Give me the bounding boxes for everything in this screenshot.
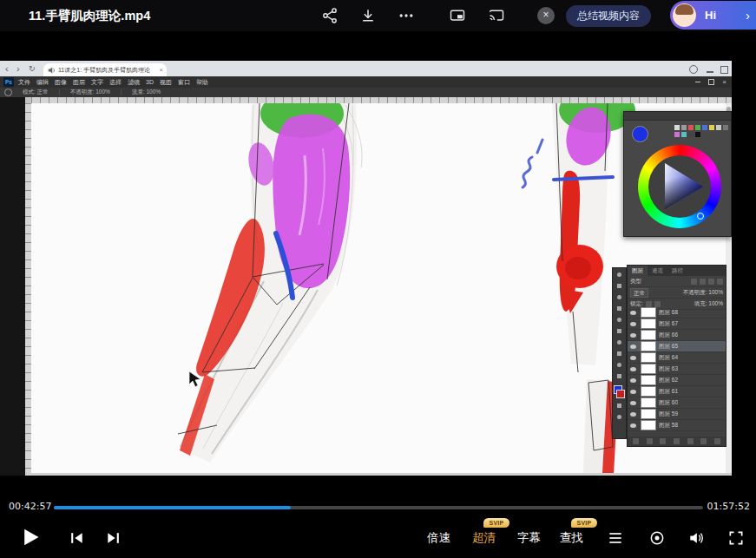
next-button[interactable] bbox=[105, 528, 122, 548]
opacity-value: 不透明度: 100% bbox=[683, 289, 723, 297]
cast-icon[interactable] bbox=[488, 7, 505, 24]
tab-audio-icon bbox=[48, 67, 56, 74]
total-time: 01:57:52 bbox=[707, 501, 750, 512]
horizontal-scrollbar bbox=[25, 473, 732, 476]
tab-channels: 通道 bbox=[648, 266, 667, 276]
find-button[interactable]: 查找 bbox=[560, 530, 583, 546]
filter-attr-icon bbox=[717, 279, 723, 285]
layers-panel-footer bbox=[628, 437, 726, 446]
photoshop-window-controls: × bbox=[695, 76, 726, 88]
blend-mode-select: 正常 bbox=[630, 288, 648, 298]
adjustment-layer-icon bbox=[674, 438, 680, 444]
tool-icon bbox=[615, 350, 623, 358]
tool-icon bbox=[615, 293, 623, 301]
video-frame[interactable]: ‹ › ↻ 11课之1: 手臂肌肉及手臂肌肉理论 × Ps 文件 编辑 图像 bbox=[0, 61, 732, 476]
color-swatch-grid bbox=[674, 125, 730, 137]
more-icon[interactable] bbox=[398, 7, 415, 24]
photoshop-logo: Ps bbox=[3, 77, 14, 87]
eye-icon bbox=[629, 352, 638, 364]
layer-row: 图层 58 bbox=[628, 420, 726, 431]
picture-in-picture-icon[interactable] bbox=[449, 7, 466, 24]
greeting-text: Hi bbox=[705, 1, 716, 30]
video-title: 11.手臂肌肉理论.mp4 bbox=[29, 0, 150, 31]
eye-icon bbox=[629, 307, 638, 318]
browser-maximize-icon bbox=[720, 66, 728, 74]
new-group-icon bbox=[687, 438, 694, 444]
close-icon[interactable]: × bbox=[537, 7, 555, 24]
filter-label: 类型 bbox=[630, 278, 641, 286]
layer-thumbnail bbox=[641, 307, 656, 318]
browser-tab: 11课之1: 手臂肌肉及手臂肌肉理论 × bbox=[43, 63, 167, 76]
svip-badge: SVIP bbox=[483, 518, 509, 528]
layer-thumbnail bbox=[641, 341, 656, 351]
photoshop-options-bar: 模式: 正常 不透明度: 100% 流量: 100% bbox=[0, 88, 732, 97]
tool-icon bbox=[615, 402, 623, 410]
ps-restore-icon bbox=[708, 79, 714, 85]
brush-opacity-option: 不透明度: 100% bbox=[70, 89, 110, 96]
layers-list: 图层 68 图层 67 图层 66 图层 65 图层 64 图层 63 图层 6… bbox=[628, 307, 726, 437]
color-wheel-panel bbox=[623, 111, 732, 237]
download-icon[interactable] bbox=[359, 7, 377, 24]
layer-row: 图层 59 bbox=[628, 409, 726, 420]
tab-paths: 路径 bbox=[667, 266, 687, 276]
tool-icon bbox=[615, 413, 623, 421]
playlist-icon[interactable] bbox=[607, 528, 624, 548]
layer-thumbnail bbox=[641, 397, 656, 408]
menu-edit: 编辑 bbox=[36, 78, 49, 87]
layer-thumbnail bbox=[641, 386, 656, 397]
quality-button[interactable]: 超清 bbox=[472, 530, 496, 546]
layers-panel: 图层 通道 路径 类型 正常 不透明度: 100% 锁定: 填充: 100% bbox=[627, 265, 726, 447]
menu-filter: 滤镜 bbox=[128, 78, 140, 87]
browser-tab-title: 11课之1: 手臂肌肉及手臂肌肉理论 bbox=[58, 63, 156, 76]
summarize-video-button[interactable]: 总结视频内容 bbox=[566, 5, 651, 27]
photoshop-toolbar bbox=[612, 267, 627, 439]
progress-bar[interactable] bbox=[54, 506, 703, 509]
fullscreen-icon[interactable] bbox=[727, 528, 745, 548]
eye-icon bbox=[629, 409, 638, 420]
tool-icon bbox=[615, 361, 623, 369]
saturation-triangle bbox=[648, 155, 711, 218]
player-top-bar: 11.手臂肌肉理论.mp4 × 总结视频内容 bbox=[0, 0, 756, 31]
tool-icon bbox=[615, 372, 623, 380]
tool-icon bbox=[615, 305, 623, 312]
brush-mode-option: 模式: 正常 bbox=[23, 89, 49, 96]
screencast-icon[interactable] bbox=[648, 528, 666, 548]
eye-icon bbox=[629, 397, 638, 409]
eye-icon bbox=[629, 341, 638, 352]
browser-back-icon: ‹ bbox=[5, 61, 9, 76]
subtitle-button[interactable]: 字幕 bbox=[517, 530, 541, 546]
pasteboard bbox=[0, 97, 25, 476]
layer-row: 图层 66 bbox=[628, 330, 726, 341]
ruler-corner bbox=[25, 97, 31, 103]
lock-pixels-icon bbox=[654, 301, 661, 307]
menu-help: 帮助 bbox=[196, 78, 208, 87]
filter-mode-icon bbox=[708, 279, 714, 285]
tool-icon bbox=[615, 282, 623, 290]
layer-row: 图层 61 bbox=[628, 386, 726, 397]
hue-wheel bbox=[638, 145, 721, 228]
eye-icon bbox=[629, 420, 638, 431]
hue-marker bbox=[697, 213, 704, 220]
share-icon[interactable] bbox=[321, 7, 339, 24]
user-account-pill[interactable]: Hi › bbox=[670, 1, 756, 30]
menu-window: 窗口 bbox=[178, 78, 190, 87]
tool-icon bbox=[615, 338, 623, 346]
horizontal-ruler bbox=[31, 97, 732, 103]
layer-row: 图层 68 bbox=[628, 307, 726, 318]
layers-blend-row: 正常 不透明度: 100% bbox=[628, 287, 726, 299]
volume-icon[interactable] bbox=[687, 528, 705, 548]
speed-button[interactable]: 倍速 bbox=[427, 530, 450, 546]
background-color bbox=[616, 390, 625, 398]
menu-image: 图像 bbox=[55, 78, 67, 87]
current-time: 00:42:57 bbox=[9, 501, 51, 512]
tab-layers: 图层 bbox=[628, 266, 648, 276]
layer-thumbnail bbox=[641, 364, 656, 374]
layer-row: 图层 62 bbox=[628, 375, 726, 386]
previous-button[interactable] bbox=[68, 528, 85, 548]
svip-badge: SVIP bbox=[571, 518, 597, 528]
vertical-ruler bbox=[25, 103, 31, 473]
avatar bbox=[673, 3, 696, 27]
layer-effects-icon bbox=[647, 438, 653, 444]
menu-layer: 图层 bbox=[73, 78, 85, 87]
play-button[interactable] bbox=[17, 524, 42, 550]
